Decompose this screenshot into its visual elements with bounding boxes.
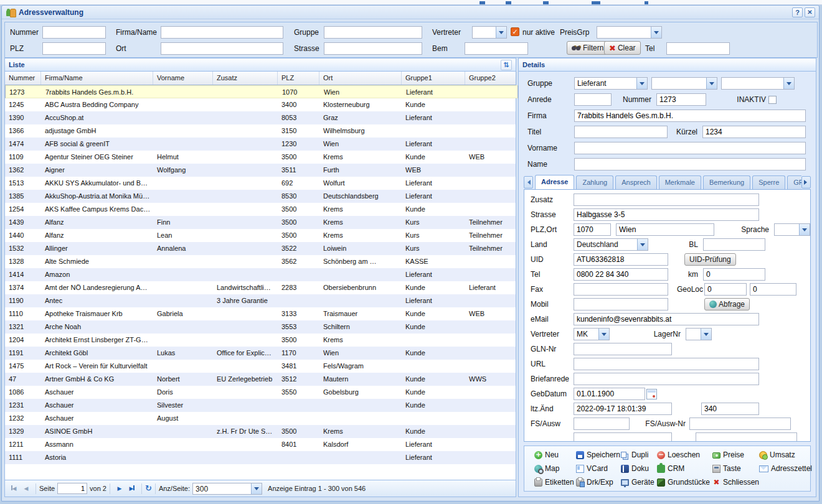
column-header-gruppe1[interactable]: Gruppe1 — [402, 72, 465, 85]
sort-toggle-icon[interactable]: ⇅ — [501, 60, 512, 70]
filter-tel-input[interactable] — [666, 42, 730, 55]
lagernr-select[interactable] — [686, 328, 712, 340]
fsausw-input[interactable] — [574, 418, 630, 430]
table-row[interactable]: 1086AschauerDoris3550GobelsburgKunde — [5, 386, 516, 399]
filter-preisgrp-select[interactable] — [597, 26, 662, 39]
chevron-down-icon[interactable] — [701, 329, 711, 340]
table-row[interactable]: 1532AllingerAnnalena3522LoiweinKursTeiln… — [5, 242, 516, 255]
table-row[interactable]: 1245ABC Austra Bedding Company3400Kloste… — [5, 98, 516, 111]
anz-seite-select[interactable]: 300 — [192, 483, 262, 495]
filter-plz-input[interactable] — [42, 42, 106, 55]
url-input[interactable] — [574, 358, 759, 370]
table-row[interactable]: 1109Agentur Steiner OEG SteinerHelmut350… — [5, 151, 516, 164]
fax-input[interactable] — [574, 283, 668, 296]
uid-pruefung-button[interactable]: UID-Prüfung — [684, 253, 736, 266]
filter-vertreter-select[interactable] — [472, 26, 507, 39]
tab-bemerkung[interactable]: Bemerkung — [703, 175, 750, 189]
tab-adresse[interactable]: Adresse — [535, 175, 574, 189]
plz-input[interactable] — [574, 223, 611, 236]
strasse-input[interactable] — [574, 208, 759, 221]
clipped-input-1[interactable] — [574, 432, 672, 442]
table-row[interactable]: 1474AFB social & greenIT1230WienLieferan… — [5, 138, 516, 151]
table-row[interactable]: 1231AschauerSilvesterKunde — [5, 399, 516, 412]
table-row[interactable]: 1362AignerWolfgang3511FurthWEB — [5, 164, 516, 177]
vcard-button[interactable]: VCard — [576, 464, 621, 473]
vorname-input[interactable] — [574, 142, 806, 154]
help-button[interactable]: ? — [792, 7, 803, 17]
prev-page-button[interactable]: ◀ — [21, 483, 31, 493]
map-button[interactable]: Map — [534, 464, 576, 473]
ltzaend-nr-input[interactable] — [701, 403, 759, 415]
column-header-plz[interactable]: PLZ — [278, 72, 319, 85]
tab-ansprech[interactable]: Ansprech — [615, 175, 656, 189]
table-row[interactable]: 1204Architekt Ernst Linsberger ZT-G…3500… — [5, 334, 516, 347]
geoloc-lat-input[interactable] — [704, 283, 747, 296]
firma-input[interactable] — [574, 110, 806, 122]
clear-button[interactable]: ✖ Clear — [604, 41, 641, 55]
vertreter-select[interactable]: MK — [574, 328, 610, 340]
table-row[interactable]: 1191Architekt GöblLukasOffice for Explic… — [5, 347, 516, 360]
bl-input[interactable] — [703, 238, 765, 251]
crm-button[interactable]: CRM — [657, 464, 712, 473]
filter-gruppe-input[interactable] — [324, 26, 422, 39]
uid-input[interactable] — [574, 253, 668, 266]
neu-button[interactable]: Neu — [534, 450, 576, 459]
table-row[interactable]: 1211Assmann8401KalsdorfLieferant — [5, 438, 516, 451]
grundst-cke-button[interactable]: Grundstücke — [657, 478, 712, 487]
chevron-down-icon[interactable] — [651, 27, 661, 38]
briefanrede-input[interactable] — [574, 373, 759, 385]
table-row[interactable]: 1374Amt der NÖ Landesregierung A…Landwir… — [5, 281, 516, 294]
chevron-down-icon[interactable] — [636, 78, 647, 89]
email-input[interactable] — [574, 313, 759, 325]
abfrage-button[interactable]: Abfrage — [704, 298, 750, 310]
dupli-button[interactable]: Dupli — [621, 450, 657, 459]
column-header-nummer[interactable]: Nummer — [5, 72, 41, 85]
schliessen-button[interactable]: Schliessen — [712, 478, 759, 487]
gln-input[interactable] — [574, 343, 672, 355]
chevron-down-icon[interactable] — [637, 239, 648, 250]
table-row[interactable]: 1513AKKU SYS Akkumulator- und B…692Wolfu… — [5, 177, 516, 190]
gruppe2-select[interactable] — [651, 77, 717, 90]
preise-button[interactable]: Preise — [712, 450, 759, 459]
chevron-down-icon[interactable] — [251, 483, 262, 494]
chevron-down-icon[interactable] — [598, 329, 609, 340]
filter-firma-input[interactable] — [161, 26, 283, 39]
first-page-button[interactable]: ◀ — [9, 483, 19, 493]
zusatz-input[interactable] — [574, 194, 759, 206]
nummer-input[interactable] — [656, 93, 706, 106]
filtern-button[interactable]: Filtern — [567, 41, 608, 55]
tab-gf-[interactable]: GF- — [787, 175, 801, 189]
window-titlebar[interactable]: Adressverwaltung ? ✕ — [2, 6, 819, 19]
ltzaend-input[interactable] — [574, 403, 672, 415]
tab-scroll-right-icon[interactable] — [801, 176, 811, 189]
table-row[interactable]: 1385AkkuShop-Austria.at Monika Mü…8530De… — [5, 190, 516, 203]
mobil-input[interactable] — [574, 298, 668, 310]
sprache-select[interactable] — [774, 223, 810, 236]
table-row[interactable]: 1232AschauerAugust — [5, 412, 516, 425]
name-input[interactable] — [574, 158, 806, 170]
filter-nummer-input[interactable] — [42, 26, 106, 39]
adresszettel-button[interactable]: Adresszettel — [759, 464, 812, 473]
column-header-vorname[interactable]: Vorname — [153, 72, 213, 85]
kuerzel-input[interactable] — [702, 126, 806, 138]
chevron-down-icon[interactable] — [496, 27, 506, 38]
table-row[interactable]: 1475Art Rock – Verein für Kulturvielfalt… — [5, 360, 516, 373]
refresh-icon[interactable]: ↻ — [145, 483, 152, 493]
table-row[interactable]: 1328Alte Schmiede3562Schönberg am …KASSE — [5, 255, 516, 268]
table-row[interactable]: 1321Arche Noah3553SchilternKunde — [5, 320, 516, 334]
doku-button[interactable]: Doku — [621, 464, 657, 473]
table-row[interactable]: 1329ASINOE GmbHz.H. Fr Dr Ute S…3500Krem… — [5, 425, 516, 438]
tab-scroll-left-icon[interactable] — [524, 176, 533, 189]
ger-te-button[interactable]: Geräte — [621, 478, 657, 487]
close-button[interactable]: ✕ — [805, 7, 815, 17]
inaktiv-checkbox[interactable] — [768, 96, 777, 104]
chevron-down-icon[interactable] — [706, 78, 717, 89]
next-page-button[interactable]: ▶ — [115, 483, 125, 493]
table-row[interactable]: 1254AKS Kaffee Campus Krems Dac…3500Krem… — [5, 203, 516, 216]
geoloc-lon-input[interactable] — [750, 283, 796, 296]
table-row[interactable]: 1190Antec3 Jahre GarantieLieferant — [5, 294, 516, 307]
titel-input[interactable] — [574, 126, 668, 138]
speichern-button[interactable]: Speichern — [576, 450, 621, 459]
calendar-icon[interactable] — [646, 389, 657, 399]
page-input[interactable] — [57, 483, 87, 494]
